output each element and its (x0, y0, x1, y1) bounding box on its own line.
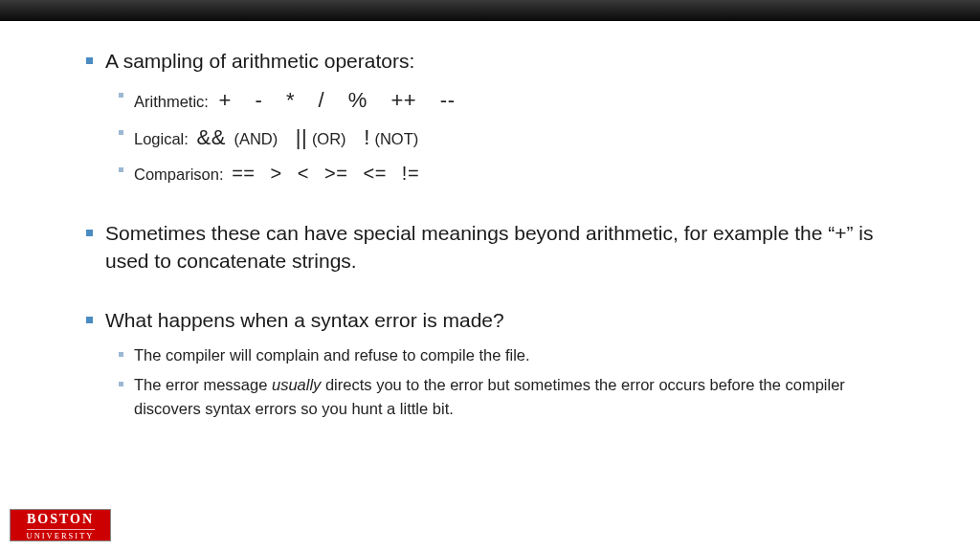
not-sym: ! (364, 125, 370, 149)
not-txt: (NOT) (374, 130, 418, 147)
comp-ops: == > < >= <= != (232, 163, 419, 184)
or-txt: (OR) (312, 130, 346, 147)
sub-error-message: The error message usually directs you to… (105, 373, 903, 421)
sub-logical: Logical: && (AND) || (OR) ! (NOT) (105, 121, 903, 153)
sub-list-operators: Arithmetic: + - * / % ++ -- Logical: && … (105, 84, 903, 187)
logo-line1: BOSTON (11, 513, 110, 526)
sub-compiler-complain: The compiler will complain and refuse to… (105, 343, 903, 367)
sub-text: The compiler will complain and refuse to… (134, 346, 530, 364)
sub-comparison: Comparison: == > < >= <= != (105, 159, 903, 187)
slide-body: A sampling of arithmetic operators: Arit… (0, 21, 980, 421)
or-sym: || (296, 125, 307, 149)
bullet-text: Sometimes these can have special meaning… (105, 222, 873, 271)
bullet-text: A sampling of arithmetic operators: (105, 50, 414, 72)
bullet-operators: A sampling of arithmetic operators: Arit… (77, 48, 903, 187)
boston-university-logo: BOSTON UNIVERSITY (10, 509, 111, 541)
bullet-text: What happens when a syntax error is made… (105, 309, 504, 331)
title-bar (0, 0, 980, 21)
arith-ops: + - * / % ++ -- (219, 88, 456, 112)
main-list: A sampling of arithmetic operators: Arit… (77, 48, 903, 421)
logic-label: Logical: (134, 130, 189, 147)
arith-label: Arithmetic: (134, 93, 209, 110)
bullet-special-meanings: Sometimes these can have special meaning… (77, 220, 903, 275)
and-txt: (AND) (234, 130, 278, 147)
sub-arithmetic: Arithmetic: + - * / % ++ -- (105, 84, 903, 116)
and-sym: && (196, 125, 225, 149)
sub-list-syntax: The compiler will complain and refuse to… (105, 343, 903, 420)
sub-text-a: The error message (134, 376, 272, 393)
logo-line2: UNIVERSITY (27, 529, 95, 540)
comp-label: Comparison: (134, 165, 224, 183)
sub-text-b: usually (272, 376, 321, 393)
bullet-syntax-error: What happens when a syntax error is made… (77, 307, 903, 421)
